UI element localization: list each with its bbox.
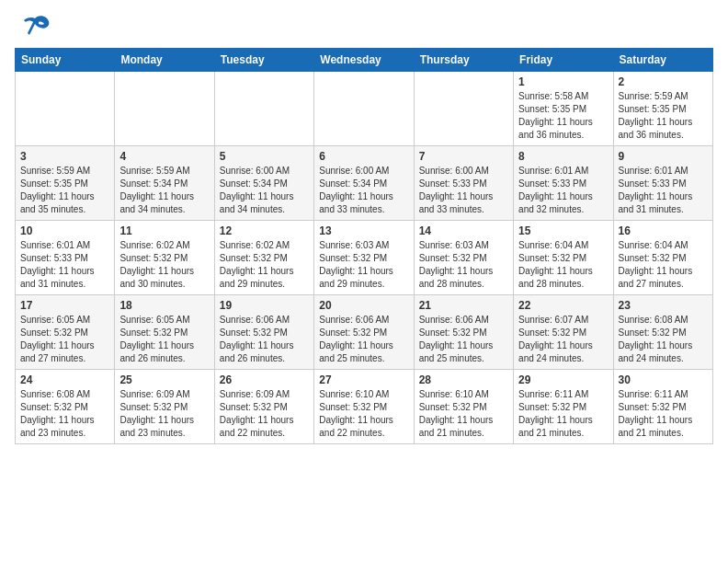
day-number: 15 [518, 224, 608, 237]
day-number: 4 [119, 150, 209, 163]
day-info: Sunrise: 6:05 AM Sunset: 5:32 PM Dayligh… [119, 314, 209, 365]
day-number: 27 [319, 373, 408, 386]
col-header-tuesday: Tuesday [214, 49, 313, 72]
calendar-cell: 4Sunrise: 5:59 AM Sunset: 5:34 PM Daylig… [115, 146, 214, 221]
day-info: Sunrise: 6:01 AM Sunset: 5:33 PM Dayligh… [20, 239, 109, 291]
day-info: Sunrise: 6:01 AM Sunset: 5:33 PM Dayligh… [619, 165, 708, 216]
day-info: Sunrise: 6:02 AM Sunset: 5:32 PM Dayligh… [119, 239, 209, 291]
calendar-cell: 18Sunrise: 6:05 AM Sunset: 5:32 PM Dayli… [115, 295, 214, 370]
col-header-wednesday: Wednesday [314, 49, 414, 72]
calendar-cell: 10Sunrise: 6:01 AM Sunset: 5:33 PM Dayli… [16, 221, 115, 295]
calendar-cell: 23Sunrise: 6:08 AM Sunset: 5:32 PM Dayli… [613, 295, 712, 370]
logo [15, 15, 51, 40]
day-number: 11 [119, 224, 209, 237]
calendar-cell: 7Sunrise: 6:00 AM Sunset: 5:33 PM Daylig… [414, 146, 513, 221]
day-info: Sunrise: 6:09 AM Sunset: 5:32 PM Dayligh… [220, 388, 309, 440]
calendar-cell: 8Sunrise: 6:01 AM Sunset: 5:33 PM Daylig… [514, 146, 613, 221]
col-header-saturday: Saturday [613, 49, 712, 72]
calendar-cell: 5Sunrise: 6:00 AM Sunset: 5:34 PM Daylig… [214, 146, 313, 221]
day-number: 20 [319, 299, 408, 312]
day-info: Sunrise: 6:04 AM Sunset: 5:32 PM Dayligh… [518, 239, 608, 291]
col-header-monday: Monday [115, 49, 214, 72]
day-info: Sunrise: 6:11 AM Sunset: 5:32 PM Dayligh… [518, 388, 608, 440]
day-info: Sunrise: 6:01 AM Sunset: 5:33 PM Dayligh… [518, 165, 608, 216]
day-number: 26 [220, 373, 309, 386]
day-info: Sunrise: 6:07 AM Sunset: 5:32 PM Dayligh… [518, 314, 608, 365]
calendar-header-row: SundayMondayTuesdayWednesdayThursdayFrid… [16, 49, 713, 72]
calendar-week-row: 24Sunrise: 6:08 AM Sunset: 5:32 PM Dayli… [16, 370, 713, 444]
calendar-cell: 1Sunrise: 5:58 AM Sunset: 5:35 PM Daylig… [514, 72, 613, 146]
day-info: Sunrise: 6:03 AM Sunset: 5:32 PM Dayligh… [419, 239, 508, 291]
calendar-cell: 9Sunrise: 6:01 AM Sunset: 5:33 PM Daylig… [613, 146, 712, 221]
day-number: 17 [20, 299, 109, 312]
col-header-thursday: Thursday [414, 49, 513, 72]
calendar-cell: 13Sunrise: 6:03 AM Sunset: 5:32 PM Dayli… [314, 221, 414, 295]
day-info: Sunrise: 6:10 AM Sunset: 5:32 PM Dayligh… [319, 388, 408, 440]
day-info: Sunrise: 6:08 AM Sunset: 5:32 PM Dayligh… [619, 314, 708, 365]
calendar-cell: 2Sunrise: 5:59 AM Sunset: 5:35 PM Daylig… [613, 72, 712, 146]
day-number: 2 [619, 75, 708, 88]
calendar-week-row: 10Sunrise: 6:01 AM Sunset: 5:33 PM Dayli… [16, 221, 713, 295]
day-info: Sunrise: 6:05 AM Sunset: 5:32 PM Dayligh… [20, 314, 109, 365]
day-info: Sunrise: 6:02 AM Sunset: 5:32 PM Dayligh… [220, 239, 309, 291]
calendar-week-row: 3Sunrise: 5:59 AM Sunset: 5:35 PM Daylig… [16, 146, 713, 221]
day-number: 18 [119, 299, 209, 312]
calendar-cell: 30Sunrise: 6:11 AM Sunset: 5:32 PM Dayli… [613, 370, 712, 444]
page-header [15, 15, 713, 40]
calendar-cell: 24Sunrise: 6:08 AM Sunset: 5:32 PM Dayli… [16, 370, 115, 444]
day-info: Sunrise: 6:00 AM Sunset: 5:34 PM Dayligh… [319, 165, 408, 216]
day-info: Sunrise: 5:59 AM Sunset: 5:35 PM Dayligh… [619, 90, 708, 142]
logo-bird-icon [18, 15, 51, 40]
calendar-cell: 11Sunrise: 6:02 AM Sunset: 5:32 PM Dayli… [115, 221, 214, 295]
calendar-week-row: 17Sunrise: 6:05 AM Sunset: 5:32 PM Dayli… [16, 295, 713, 370]
day-info: Sunrise: 6:10 AM Sunset: 5:32 PM Dayligh… [419, 388, 508, 440]
day-number: 7 [419, 150, 508, 163]
calendar-cell: 22Sunrise: 6:07 AM Sunset: 5:32 PM Dayli… [514, 295, 613, 370]
day-number: 19 [220, 299, 309, 312]
calendar-cell: 15Sunrise: 6:04 AM Sunset: 5:32 PM Dayli… [514, 221, 613, 295]
day-number: 9 [619, 150, 708, 163]
day-info: Sunrise: 6:09 AM Sunset: 5:32 PM Dayligh… [119, 388, 209, 440]
day-number: 30 [619, 373, 708, 386]
day-number: 3 [20, 150, 109, 163]
calendar-cell: 28Sunrise: 6:10 AM Sunset: 5:32 PM Dayli… [414, 370, 513, 444]
day-number: 23 [619, 299, 708, 312]
day-info: Sunrise: 5:59 AM Sunset: 5:35 PM Dayligh… [20, 165, 109, 216]
calendar-cell [115, 72, 214, 146]
calendar-cell: 29Sunrise: 6:11 AM Sunset: 5:32 PM Dayli… [514, 370, 613, 444]
day-number: 25 [119, 373, 209, 386]
day-info: Sunrise: 6:06 AM Sunset: 5:32 PM Dayligh… [319, 314, 408, 365]
calendar-cell: 27Sunrise: 6:10 AM Sunset: 5:32 PM Dayli… [314, 370, 414, 444]
day-number: 13 [319, 224, 408, 237]
calendar-cell: 14Sunrise: 6:03 AM Sunset: 5:32 PM Dayli… [414, 221, 513, 295]
day-info: Sunrise: 6:00 AM Sunset: 5:33 PM Dayligh… [419, 165, 508, 216]
day-number: 22 [518, 299, 608, 312]
day-info: Sunrise: 6:04 AM Sunset: 5:32 PM Dayligh… [619, 239, 708, 291]
calendar-cell: 21Sunrise: 6:06 AM Sunset: 5:32 PM Dayli… [414, 295, 513, 370]
day-info: Sunrise: 6:06 AM Sunset: 5:32 PM Dayligh… [220, 314, 309, 365]
day-number: 12 [220, 224, 309, 237]
day-number: 10 [20, 224, 109, 237]
calendar-cell [414, 72, 513, 146]
day-number: 21 [419, 299, 508, 312]
day-number: 8 [518, 150, 608, 163]
calendar-cell: 26Sunrise: 6:09 AM Sunset: 5:32 PM Dayli… [214, 370, 313, 444]
calendar-cell: 12Sunrise: 6:02 AM Sunset: 5:32 PM Dayli… [214, 221, 313, 295]
day-info: Sunrise: 5:58 AM Sunset: 5:35 PM Dayligh… [518, 90, 608, 142]
calendar-cell: 3Sunrise: 5:59 AM Sunset: 5:35 PM Daylig… [16, 146, 115, 221]
calendar-cell: 25Sunrise: 6:09 AM Sunset: 5:32 PM Dayli… [115, 370, 214, 444]
day-info: Sunrise: 6:00 AM Sunset: 5:34 PM Dayligh… [220, 165, 309, 216]
calendar-cell [314, 72, 414, 146]
day-number: 29 [518, 373, 608, 386]
calendar-cell: 19Sunrise: 6:06 AM Sunset: 5:32 PM Dayli… [214, 295, 313, 370]
day-number: 6 [319, 150, 408, 163]
col-header-sunday: Sunday [16, 49, 115, 72]
calendar-cell [214, 72, 313, 146]
day-number: 1 [518, 75, 608, 88]
calendar-cell: 6Sunrise: 6:00 AM Sunset: 5:34 PM Daylig… [314, 146, 414, 221]
day-number: 16 [619, 224, 708, 237]
calendar-cell: 16Sunrise: 6:04 AM Sunset: 5:32 PM Dayli… [613, 221, 712, 295]
day-info: Sunrise: 6:11 AM Sunset: 5:32 PM Dayligh… [619, 388, 708, 440]
calendar-cell [16, 72, 115, 146]
calendar-table: SundayMondayTuesdayWednesdayThursdayFrid… [15, 48, 713, 444]
